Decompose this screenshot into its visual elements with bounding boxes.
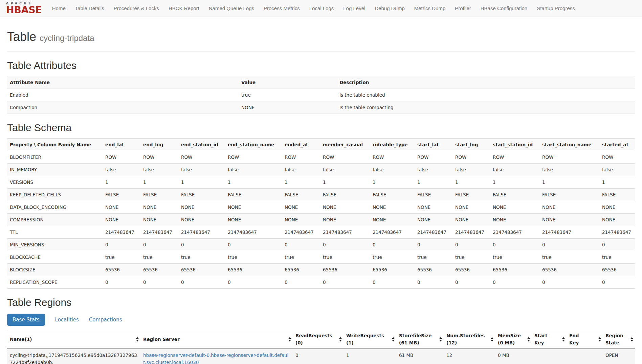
column-header-attribute-name: Attribute Name [7,76,239,89]
sort-down-arrow [136,340,139,342]
schema-cell: NONE [225,201,282,214]
schema-cell: NONE [225,214,282,226]
schema-cell: FALSE [452,189,490,201]
schema-cell: true [103,251,140,264]
schema-cell: NONE [539,201,599,214]
sort-icon[interactable] [562,337,565,342]
schema-cell: ROW [225,151,282,164]
attribute-row: EnabledtrueIs the table enabled [7,89,635,101]
top-navbar: APACHE HBASE HomeTable DetailsProcedures… [0,0,642,17]
sort-up-arrow [527,337,530,339]
sort-icon[interactable] [439,337,442,342]
nav-item-hbck-report[interactable]: HBCK Report [169,5,199,11]
schema-cell: 1 [282,176,320,189]
hbase-logo[interactable]: APACHE HBASE [6,2,42,15]
column-header-label: Num.Storefiles (12) [446,333,485,345]
schema-cell: false [370,164,415,176]
schema-cell: true [320,251,370,264]
nav-item-startup-progress[interactable]: Startup Progress [537,5,575,11]
schema-cell: false [490,164,539,176]
schema-cell: 1 [320,176,370,189]
schema-cell: NONE [370,214,415,226]
schema-header-row: Property \ Column Family Nameend_latend_… [7,139,635,151]
nav-item-procedures-locks[interactable]: Procedures & Locks [114,5,159,11]
column-header-start-station-id: start_station_id [490,139,539,151]
nav-item-log-level[interactable]: Log Level [343,5,365,11]
schema-cell: false [103,164,140,176]
schema-cell: 0 [178,276,225,289]
nav-item-profiler[interactable]: Profiler [455,5,471,11]
schema-cell: 2147483647 [599,226,635,239]
schema-cell: 0 [282,239,320,251]
schema-cell: false [282,164,320,176]
column-header-name-1[interactable]: Name(1) [7,330,140,349]
schema-cell: 1 [140,176,178,189]
nav-item-process-metrics[interactable]: Process Metrics [264,5,300,11]
sort-up-arrow [136,337,139,339]
sort-icon[interactable] [527,337,530,342]
schema-cell: FALSE [415,189,452,201]
sort-icon[interactable] [630,337,633,342]
schema-cell: 65536 [320,264,370,276]
sort-down-arrow [339,340,342,342]
schema-cell: FALSE [490,189,539,201]
schema-cell: 0 [140,239,178,251]
sort-icon[interactable] [392,337,395,342]
sort-icon[interactable] [136,337,139,342]
nav-item-hbase-configuration[interactable]: HBase Configuration [481,5,527,11]
column-header-memsize-0-mb[interactable]: MemSize (0 MB) [495,330,532,349]
region-cell-num-storefiles: 12 [444,349,495,364]
nav-item-table-details[interactable]: Table Details [75,5,104,11]
schema-cell: 65536 [452,264,490,276]
schema-cell: 1 [599,176,635,189]
nav-item-home[interactable]: Home [52,5,66,11]
nav-item-debug-dump[interactable]: Debug Dump [375,5,404,11]
column-header-start-key[interactable]: Start Key [532,330,567,349]
schema-cell: 65536 [140,264,178,276]
column-header-region-state[interactable]: Region State [603,330,635,349]
column-header-readrequests-0[interactable]: ReadRequests (0) [293,330,344,349]
tab-base-stats[interactable]: Base Stats [7,314,45,326]
schema-cell: 2147483647 [140,226,178,239]
schema-cell: NONE [415,214,452,226]
nav-item-local-logs[interactable]: Local Logs [309,5,334,11]
sort-icon[interactable] [491,337,493,342]
nav-item: Local Logs [309,5,334,11]
column-header-storefilesize-61-mb[interactable]: StorefileSize (61 MB) [396,330,444,349]
attribute-value: true [239,89,337,101]
schema-cell: 1 [539,176,599,189]
schema-cell: 65536 [415,264,452,276]
sort-icon[interactable] [598,337,601,342]
schema-cell: 1 [178,176,225,189]
nav-item-named-queue-logs[interactable]: Named Queue Logs [209,5,254,11]
schema-cell: 2147483647 [370,226,415,239]
sort-down-arrow [288,340,291,342]
schema-cell: 0 [370,276,415,289]
column-header-region-server[interactable]: Region Server [140,330,293,349]
tab-compactions[interactable]: Compactions [89,317,122,323]
regions-heading: Table Regions [7,297,635,308]
schema-cell: ROW [282,151,320,164]
tab-localities[interactable]: Localities [55,317,79,323]
column-header-label: WriteRequests (1) [346,333,384,345]
page-title: Table cycling-tripdata [7,30,635,44]
schema-row: TTL2147483647214748364721474836472147483… [7,226,635,239]
region-cell-name: cycling-tripdata,,1719475156245.e95d0a13… [7,349,140,364]
column-header-writerequests-1[interactable]: WriteRequests (1) [344,330,396,349]
schema-cell: false [225,164,282,176]
schema-cell: 0 [490,276,539,289]
sort-icon[interactable] [339,337,342,342]
schema-cell: 2147483647 [539,226,599,239]
nav-item-metrics-dump[interactable]: Metrics Dump [414,5,446,11]
region-server-link[interactable]: hbase-regionserver-default-0.hbase-regio… [143,353,288,364]
schema-cell: 65536 [539,264,599,276]
sort-down-arrow [527,340,530,342]
schema-cell: 1 [415,176,452,189]
column-header-end-key[interactable]: End Key [567,330,603,349]
schema-cell: 1 [490,176,539,189]
sort-icon[interactable] [288,337,291,342]
schema-cell: FALSE [178,189,225,201]
schema-cell: FALSE [225,189,282,201]
column-header-num-storefiles-12[interactable]: Num.Storefiles (12) [444,330,495,349]
schema-row: VERSIONS111111111111 [7,176,635,189]
